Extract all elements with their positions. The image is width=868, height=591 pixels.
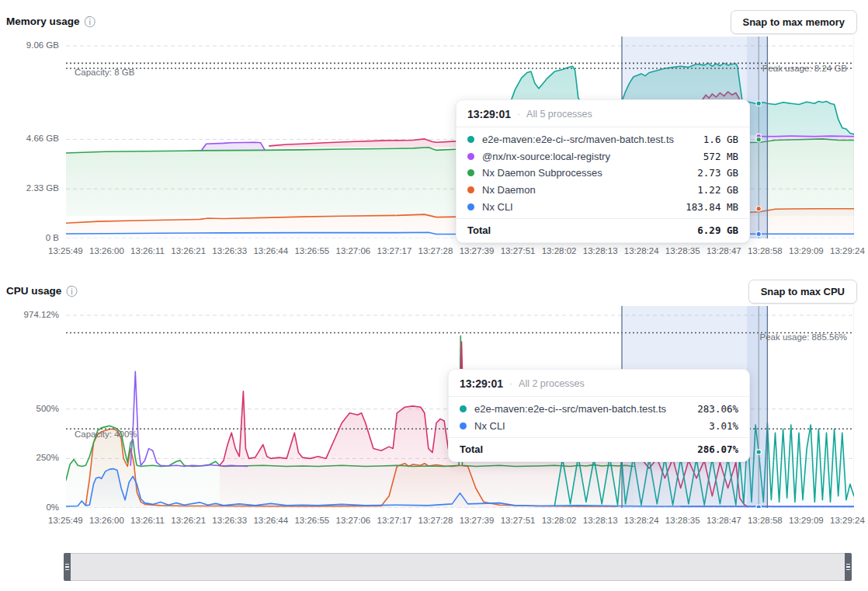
cpu-capacity-annotation-label: Capacity: 400% xyxy=(75,429,137,439)
hover-point-marker xyxy=(756,137,761,142)
x-axis-tick-label: 13:29:24 xyxy=(830,516,865,525)
memory-capacity-annotation-label: Capacity: 8 GB xyxy=(75,68,134,77)
process-name: Nx CLI xyxy=(482,201,686,213)
tooltip-total-label: Total xyxy=(460,443,483,455)
timeline-range-brush[interactable] xyxy=(64,553,852,581)
process-name: Nx Daemon Subprocesses xyxy=(482,167,697,179)
tooltip-time: 13:29:01 xyxy=(460,377,503,390)
series-color-dot-icon xyxy=(467,136,474,143)
tooltip-total-value: 6.29 GB xyxy=(697,224,738,236)
process-value: 2.73 GB xyxy=(697,167,738,179)
series-color-dot-icon xyxy=(467,169,474,176)
memory-tooltip-total-row: Total 6.29 GB xyxy=(457,218,749,242)
x-axis-tick-label: 13:27:28 xyxy=(418,246,453,256)
series-color-dot-icon xyxy=(467,186,474,193)
snap-to-max-cpu-button[interactable]: Snap to max CPU xyxy=(748,280,857,304)
x-axis-tick-label: 13:27:51 xyxy=(501,246,536,256)
tooltip-separator-dot: · xyxy=(509,378,512,389)
tooltip-process-row: Nx Daemon Subprocesses2.73 GB xyxy=(457,165,749,182)
x-axis-tick-label: 13:27:06 xyxy=(335,516,370,525)
cpu-chart-header: CPU usage ⓘ xyxy=(6,279,868,303)
nx-profiler-page: Memory usage ⓘ Snap to max memory 9.06 G… xyxy=(0,0,868,591)
x-axis-tick-label: 13:26:11 xyxy=(130,246,165,256)
tooltip-total-label: Total xyxy=(467,224,491,236)
x-axis-tick-label: 13:28:24 xyxy=(624,516,659,525)
cpu-tooltip-rows: e2e-maven:e2e-ci--src/maven-batch.test.t… xyxy=(449,397,749,437)
brush-handle-right[interactable] xyxy=(845,553,852,581)
tooltip-total-value: 286.07% xyxy=(697,443,738,455)
y-axis-tick-label: 9.06 GB xyxy=(26,40,59,50)
x-axis-tick-label: 13:26:55 xyxy=(294,516,329,525)
x-axis-tick-label: 13:28:13 xyxy=(583,246,618,256)
x-axis-tick-label: 13:26:00 xyxy=(89,516,124,525)
process-value: 1.6 GB xyxy=(703,134,738,145)
tooltip-process-row: @nx/nx-source:local-registry572 MB xyxy=(457,148,749,165)
x-axis-tick-label: 13:28:02 xyxy=(542,516,577,525)
tooltip-process-row: Nx CLI183.84 MB xyxy=(457,198,749,215)
x-axis-tick-label: 13:27:39 xyxy=(460,246,495,256)
x-axis-tick-label: 13:26:11 xyxy=(130,516,165,525)
info-icon[interactable]: ⓘ xyxy=(66,286,77,297)
y-axis-tick-label: 4.66 GB xyxy=(26,134,59,143)
memory-chart-title: Memory usage xyxy=(6,16,80,27)
memory-peak-annotation-label: Peak usage: 8.24 GB xyxy=(762,64,847,73)
cpu-peak-annotation-label: Peak usage: 885.56% xyxy=(759,332,847,342)
memory-tooltip: 13:29:01 · All 5 processes e2e-maven:e2e… xyxy=(456,99,750,243)
memory-tooltip-header: 13:29:01 · All 5 processes xyxy=(457,100,749,127)
process-name: @nx/nx-source:local-registry xyxy=(482,151,703,162)
x-axis-tick-label: 13:26:00 xyxy=(89,246,124,256)
x-axis-tick-label: 13:27:51 xyxy=(501,516,536,525)
cpu-usage-section: CPU usage ⓘ Snap to max CPU 974.12%500%2… xyxy=(0,269,868,537)
x-axis-tick-label: 13:26:33 xyxy=(212,516,247,525)
cpu-tooltip-header: 13:29:01 · All 2 processes xyxy=(449,370,749,397)
process-name: Nx CLI xyxy=(474,420,709,432)
x-axis-tick-label: 13:26:21 xyxy=(171,516,206,525)
y-axis-tick-label: 974.12% xyxy=(24,310,59,319)
x-axis-tick-label: 13:27:39 xyxy=(460,516,495,525)
x-axis-tick-label: 13:26:21 xyxy=(171,246,206,256)
cpu-y-axis: 974.12%500%250%0% xyxy=(0,306,59,508)
process-value: 283.06% xyxy=(697,403,738,415)
tooltip-process-row: Nx Daemon1.22 GB xyxy=(457,182,749,199)
snap-to-max-memory-button[interactable]: Snap to max memory xyxy=(731,10,858,34)
x-axis-tick-label: 13:27:17 xyxy=(377,246,412,256)
memory-usage-section: Memory usage ⓘ Snap to max memory 9.06 G… xyxy=(0,0,868,268)
brush-handle-left[interactable] xyxy=(64,553,71,581)
hover-point-marker xyxy=(756,101,761,106)
hover-point-marker xyxy=(756,231,761,236)
tooltip-separator-dot: · xyxy=(517,109,520,120)
tooltip-process-row: e2e-maven:e2e-ci--src/maven-batch.test.t… xyxy=(449,401,749,418)
x-axis-tick-label: 13:28:35 xyxy=(665,246,700,256)
x-axis-tick-label: 13:28:13 xyxy=(583,516,618,525)
x-axis-tick-label: 13:29:24 xyxy=(830,246,865,256)
x-axis-tick-label: 13:26:44 xyxy=(253,246,288,256)
x-axis-tick-label: 13:29:09 xyxy=(789,246,824,256)
hover-point-marker xyxy=(756,450,761,454)
memory-y-axis: 9.06 GB4.66 GB2.33 GB0 B xyxy=(0,37,59,238)
process-value: 183.84 MB xyxy=(686,201,738,213)
x-axis-tick-label: 13:28:02 xyxy=(542,246,577,256)
x-axis-tick-label: 13:28:47 xyxy=(707,246,741,256)
x-axis-tick-label: 13:28:58 xyxy=(748,516,783,525)
series-color-dot-icon xyxy=(460,422,467,429)
series-color-dot-icon xyxy=(460,405,467,412)
y-axis-tick-label: 500% xyxy=(36,404,59,413)
series-color-dot-icon xyxy=(467,203,474,210)
tooltip-subtitle: All 2 processes xyxy=(519,378,585,389)
tooltip-process-row: Nx CLI3.01% xyxy=(449,418,749,435)
info-icon[interactable]: ⓘ xyxy=(85,16,95,27)
process-value: 3.01% xyxy=(709,420,738,432)
y-axis-tick-label: 0% xyxy=(46,502,59,512)
cpu-tooltip-total-row: Total 286.07% xyxy=(449,437,749,461)
tooltip-process-row: e2e-maven:e2e-ci--src/maven-batch.test.t… xyxy=(457,131,749,148)
x-axis-tick-label: 13:25:49 xyxy=(48,516,83,525)
tooltip-subtitle: All 5 processes xyxy=(526,109,592,120)
process-name: e2e-maven:e2e-ci--src/maven-batch.test.t… xyxy=(474,403,697,415)
process-name: Nx Daemon xyxy=(482,184,697,196)
memory-tooltip-rows: e2e-maven:e2e-ci--src/maven-batch.test.t… xyxy=(457,127,749,218)
cpu-chart-title: CPU usage xyxy=(6,285,61,297)
y-axis-tick-label: 0 B xyxy=(46,233,59,242)
tooltip-time: 13:29:01 xyxy=(467,108,511,120)
hover-point-marker xyxy=(756,207,761,211)
y-axis-tick-label: 250% xyxy=(36,453,59,462)
